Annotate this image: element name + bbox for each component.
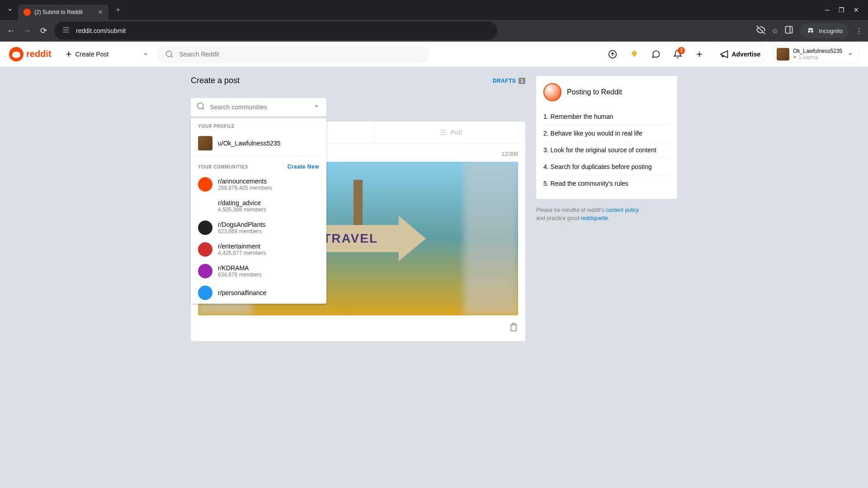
chevron-down-icon[interactable] <box>312 102 321 113</box>
create-post-nav[interactable]: + Create Post <box>59 45 116 64</box>
community-avatar <box>198 286 212 300</box>
dd-section-communities: YOUR COMMUNITIES Create New <box>191 158 326 174</box>
community-search-input[interactable] <box>210 103 307 111</box>
create-post-icon[interactable] <box>691 46 708 62</box>
svg-point-4 <box>166 51 172 56</box>
chevron-down-icon <box>846 50 855 59</box>
svg-point-10 <box>198 103 203 109</box>
posting-rules-card: Posting to Reddit 1. Remember the human2… <box>536 76 677 199</box>
drafts-link[interactable]: DRAFTS 1 <box>493 78 525 84</box>
svg-point-3 <box>811 30 813 33</box>
panel-icon[interactable] <box>784 25 793 36</box>
footer-text: Please be mindful of reddit's content po… <box>536 206 677 222</box>
browser-titlebar: (2) Submit to Reddit ✕ + ─ ❐ ✕ <box>0 0 868 20</box>
trash-icon[interactable] <box>509 323 518 334</box>
maximize-button[interactable]: ❐ <box>839 6 844 14</box>
url-text: reddit.com/submit <box>76 27 126 34</box>
rule-item: 1. Remember the human <box>543 108 670 125</box>
reload-button[interactable]: ⟳ <box>38 26 49 36</box>
rule-item: 2. Behave like you would in real life <box>543 125 670 142</box>
browser-menu-icon[interactable]: ⋮ <box>855 27 863 35</box>
community-dropdown-toggle[interactable] <box>123 50 150 59</box>
browser-toolbar: ← → ⟳ reddit.com/submit ☆ Incognito ⋮ <box>0 20 868 42</box>
tab-close-icon[interactable]: ✕ <box>98 9 103 16</box>
community-item[interactable]: r/KDRAMA634,676 members <box>191 260 326 282</box>
rule-item: 3. Look for the original source of conte… <box>543 142 670 159</box>
community-avatar <box>198 242 212 257</box>
rules-list: 1. Remember the human2. Behave like you … <box>543 108 670 192</box>
dd-profile-item[interactable]: u/Ok_Lawfulness5235 <box>191 132 326 154</box>
snoo-icon <box>543 83 561 101</box>
community-dropdown: YOUR PROFILE u/Ok_Lawfulness5235 YOUR CO… <box>191 118 326 304</box>
search-input[interactable] <box>179 51 421 58</box>
minimize-button[interactable]: ─ <box>825 6 830 14</box>
coins-icon[interactable] <box>626 46 642 62</box>
create-new-community[interactable]: Create New <box>288 164 319 170</box>
drafts-count: 1 <box>519 78 525 84</box>
community-avatar <box>198 177 212 192</box>
plus-icon: + <box>66 48 72 60</box>
site-info-icon[interactable] <box>61 25 71 36</box>
tab-favicon <box>24 9 31 16</box>
address-bar[interactable]: reddit.com/submit <box>54 22 497 40</box>
header-search[interactable] <box>157 46 429 63</box>
bookmark-icon[interactable]: ☆ <box>772 27 778 35</box>
rule-item: 4. Search for duplicates before posting <box>543 159 670 175</box>
advertise-button[interactable]: Advertise <box>713 46 767 63</box>
community-item[interactable]: r/dating_advice4,505,368 members <box>191 195 326 217</box>
community-item[interactable]: r/announcements269,679,405 members <box>191 174 326 195</box>
close-window-button[interactable]: ✕ <box>854 6 859 14</box>
search-icon <box>196 102 205 113</box>
back-button[interactable]: ← <box>5 26 16 36</box>
svg-point-2 <box>808 30 810 33</box>
tab-search-dropdown[interactable] <box>4 4 16 16</box>
community-avatar <box>198 199 212 213</box>
megaphone-icon <box>720 50 729 59</box>
user-karma: ✦1 karma <box>793 54 842 61</box>
dd-section-your-profile: YOUR PROFILE <box>191 118 326 132</box>
browser-tab[interactable]: (2) Submit to Reddit ✕ <box>18 5 108 20</box>
chat-icon[interactable] <box>648 46 664 62</box>
new-tab-button[interactable]: + <box>110 5 126 15</box>
search-icon <box>165 50 174 59</box>
rule-item: 5. Read the community's rules <box>543 175 670 192</box>
svg-rect-0 <box>786 27 793 33</box>
forward-button: → <box>22 26 33 36</box>
community-item[interactable]: r/personalfinance <box>191 282 326 304</box>
sidebar-title: Posting to Reddit <box>567 88 622 96</box>
reddit-logo-icon <box>9 47 24 61</box>
svg-line-11 <box>203 108 204 110</box>
incognito-badge[interactable]: Incognito <box>800 23 849 38</box>
community-item[interactable]: r/entertainment4,425,677 members <box>191 239 326 260</box>
user-menu[interactable]: Ok_Lawfulness5235 ✦1 karma <box>773 46 859 63</box>
popular-icon[interactable] <box>604 46 621 62</box>
content-policy-link[interactable]: content policy <box>606 207 639 213</box>
user-avatar <box>777 48 789 61</box>
tab-poll: Poll <box>375 122 525 143</box>
community-item[interactable]: r/DogsAndPlants623,868 members <box>191 217 326 239</box>
poll-icon <box>438 128 447 137</box>
community-selector[interactable]: YOUR PROFILE u/Ok_Lawfulness5235 YOUR CO… <box>191 98 326 116</box>
notifications-icon[interactable]: 2 <box>670 46 686 62</box>
tab-title: (2) Submit to Reddit <box>34 9 83 15</box>
page-title: Create a post <box>191 76 240 85</box>
reddit-logo[interactable]: reddit <box>9 47 52 61</box>
reddit-logo-text: reddit <box>26 49 52 59</box>
user-name: Ok_Lawfulness5235 <box>793 48 842 54</box>
reddit-header: reddit + Create Post 2 Advertise <box>0 42 868 67</box>
community-avatar <box>198 221 212 235</box>
notif-badge: 2 <box>678 47 685 54</box>
community-avatar <box>198 264 212 278</box>
svg-line-5 <box>171 56 172 57</box>
reddiquette-link[interactable]: reddiquette <box>581 215 608 221</box>
tracking-icon[interactable] <box>756 25 765 36</box>
title-counter: 12/300 <box>501 151 518 157</box>
profile-avatar <box>198 136 212 150</box>
